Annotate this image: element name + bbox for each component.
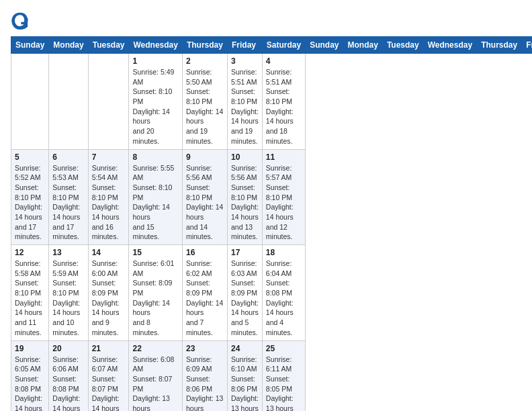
calendar-cell: 15Sunrise: 6:01 AM Sunset: 8:09 PM Dayli… [129, 245, 182, 341]
day-number: 10 [231, 152, 259, 162]
calendar-cell: 8Sunrise: 5:55 AM Sunset: 8:10 PM Daylig… [129, 149, 182, 245]
day-number: 22 [132, 344, 178, 353]
day-number: 12 [15, 248, 45, 257]
col-header-tuesday: Tuesday [88, 37, 129, 54]
day-info: Sunrise: 5:51 AM Sunset: 8:10 PM Dayligh… [266, 67, 302, 146]
day-number: 13 [52, 248, 84, 257]
day-info: Sunrise: 5:57 AM Sunset: 8:10 PM Dayligh… [266, 163, 302, 242]
day-number: 18 [266, 248, 302, 257]
calendar-week-2: 5Sunrise: 5:52 AM Sunset: 8:10 PM Daylig… [11, 149, 533, 245]
col-header-friday: Friday [227, 37, 262, 54]
day-info: Sunrise: 6:00 AM Sunset: 8:09 PM Dayligh… [92, 259, 126, 338]
day-number: 24 [231, 344, 259, 353]
day-info: Sunrise: 6:09 AM Sunset: 8:06 PM Dayligh… [186, 355, 224, 412]
day-info: Sunrise: 6:08 AM Sunset: 8:07 PM Dayligh… [132, 355, 178, 412]
day-number: 2 [186, 56, 224, 66]
day-number: 15 [132, 248, 178, 257]
col-header-tuesday: Tuesday [382, 37, 423, 54]
day-number: 17 [231, 248, 259, 257]
day-number: 8 [132, 152, 178, 162]
day-number: 25 [266, 344, 302, 353]
day-number: 14 [92, 248, 126, 257]
calendar-week-1: 1Sunrise: 5:49 AM Sunset: 8:10 PM Daylig… [11, 54, 533, 150]
calendar-cell: 6Sunrise: 5:53 AM Sunset: 8:10 PM Daylig… [49, 149, 88, 245]
col-header-sunday: Sunday [306, 37, 343, 54]
day-info: Sunrise: 6:01 AM Sunset: 8:09 PM Dayligh… [132, 259, 178, 338]
calendar-cell: 4Sunrise: 5:51 AM Sunset: 8:10 PM Daylig… [262, 54, 305, 150]
day-info: Sunrise: 5:56 AM Sunset: 8:10 PM Dayligh… [231, 163, 259, 242]
calendar-cell: 18Sunrise: 6:04 AM Sunset: 8:08 PM Dayli… [262, 245, 305, 341]
day-number: 6 [52, 152, 84, 162]
col-header-monday: Monday [49, 37, 88, 54]
logo-icon [11, 11, 30, 30]
day-number: 19 [15, 344, 45, 353]
header-row: SundayMondayTuesdayWednesdayThursdayFrid… [11, 37, 533, 54]
logo [11, 11, 32, 30]
day-info: Sunrise: 6:11 AM Sunset: 8:05 PM Dayligh… [266, 355, 302, 412]
day-info: Sunrise: 6:03 AM Sunset: 8:09 PM Dayligh… [231, 259, 259, 338]
day-info: Sunrise: 6:07 AM Sunset: 8:07 PM Dayligh… [92, 355, 126, 412]
day-info: Sunrise: 6:06 AM Sunset: 8:08 PM Dayligh… [52, 355, 84, 412]
calendar-cell: 19Sunrise: 6:05 AM Sunset: 8:08 PM Dayli… [11, 340, 49, 411]
day-info: Sunrise: 5:54 AM Sunset: 8:10 PM Dayligh… [92, 163, 126, 242]
day-info: Sunrise: 6:02 AM Sunset: 8:09 PM Dayligh… [186, 259, 224, 338]
calendar-cell: 12Sunrise: 5:58 AM Sunset: 8:10 PM Dayli… [11, 245, 49, 341]
col-header-sunday: Sunday [11, 37, 49, 54]
col-header-wednesday: Wednesday [423, 37, 476, 54]
calendar-cell: 20Sunrise: 6:06 AM Sunset: 8:08 PM Dayli… [49, 340, 88, 411]
calendar-cell [49, 54, 88, 150]
calendar-table: SundayMondayTuesdayWednesdayThursdayFrid… [11, 36, 532, 411]
day-number: 7 [92, 152, 126, 162]
day-number: 20 [52, 344, 84, 353]
calendar-cell: 14Sunrise: 6:00 AM Sunset: 8:09 PM Dayli… [88, 245, 129, 341]
calendar-cell: 2Sunrise: 5:50 AM Sunset: 8:10 PM Daylig… [182, 54, 227, 150]
col-header-friday: Friday [522, 37, 532, 54]
day-info: Sunrise: 5:53 AM Sunset: 8:10 PM Dayligh… [52, 163, 84, 242]
calendar-cell: 5Sunrise: 5:52 AM Sunset: 8:10 PM Daylig… [11, 149, 49, 245]
day-info: Sunrise: 5:50 AM Sunset: 8:10 PM Dayligh… [186, 67, 224, 146]
calendar-cell: 25Sunrise: 6:11 AM Sunset: 8:05 PM Dayli… [262, 340, 305, 411]
calendar-cell [11, 54, 49, 150]
calendar-cell: 7Sunrise: 5:54 AM Sunset: 8:10 PM Daylig… [88, 149, 129, 245]
calendar-cell: 22Sunrise: 6:08 AM Sunset: 8:07 PM Dayli… [129, 340, 182, 411]
calendar-cell: 13Sunrise: 5:59 AM Sunset: 8:10 PM Dayli… [49, 245, 88, 341]
calendar-cell: 10Sunrise: 5:56 AM Sunset: 8:10 PM Dayli… [227, 149, 262, 245]
day-info: Sunrise: 5:55 AM Sunset: 8:10 PM Dayligh… [132, 163, 178, 242]
col-header-thursday: Thursday [182, 37, 227, 54]
calendar-cell: 3Sunrise: 5:51 AM Sunset: 8:10 PM Daylig… [227, 54, 262, 150]
calendar-cell: 11Sunrise: 5:57 AM Sunset: 8:10 PM Dayli… [262, 149, 305, 245]
day-info: Sunrise: 5:56 AM Sunset: 8:10 PM Dayligh… [186, 163, 224, 242]
day-number: 11 [266, 152, 302, 162]
col-header-monday: Monday [343, 37, 382, 54]
day-info: Sunrise: 5:52 AM Sunset: 8:10 PM Dayligh… [15, 163, 45, 242]
day-info: Sunrise: 5:59 AM Sunset: 8:10 PM Dayligh… [52, 259, 84, 338]
day-number: 5 [15, 152, 45, 162]
calendar-week-3: 12Sunrise: 5:58 AM Sunset: 8:10 PM Dayli… [11, 245, 533, 341]
day-number: 21 [92, 344, 126, 353]
day-number: 9 [186, 152, 224, 162]
calendar-cell [88, 54, 129, 150]
calendar-cell: 9Sunrise: 5:56 AM Sunset: 8:10 PM Daylig… [182, 149, 227, 245]
day-number: 4 [266, 56, 302, 66]
col-header-saturday: Saturday [262, 37, 305, 54]
col-header-thursday: Thursday [477, 37, 522, 54]
day-number: 16 [186, 248, 224, 257]
day-number: 1 [132, 56, 178, 66]
calendar-week-4: 19Sunrise: 6:05 AM Sunset: 8:08 PM Dayli… [11, 340, 533, 411]
col-header-wednesday: Wednesday [129, 37, 182, 54]
day-info: Sunrise: 5:51 AM Sunset: 8:10 PM Dayligh… [231, 67, 259, 146]
day-number: 3 [231, 56, 259, 66]
day-info: Sunrise: 6:10 AM Sunset: 8:06 PM Dayligh… [231, 355, 259, 412]
day-number: 23 [186, 344, 224, 353]
calendar-cell: 21Sunrise: 6:07 AM Sunset: 8:07 PM Dayli… [88, 340, 129, 411]
calendar-cell: 23Sunrise: 6:09 AM Sunset: 8:06 PM Dayli… [182, 340, 227, 411]
calendar-cell: 17Sunrise: 6:03 AM Sunset: 8:09 PM Dayli… [227, 245, 262, 341]
day-info: Sunrise: 5:49 AM Sunset: 8:10 PM Dayligh… [132, 67, 178, 146]
day-info: Sunrise: 6:05 AM Sunset: 8:08 PM Dayligh… [15, 355, 45, 412]
day-info: Sunrise: 5:58 AM Sunset: 8:10 PM Dayligh… [15, 259, 45, 338]
calendar-cell: 16Sunrise: 6:02 AM Sunset: 8:09 PM Dayli… [182, 245, 227, 341]
day-info: Sunrise: 6:04 AM Sunset: 8:08 PM Dayligh… [266, 259, 302, 338]
page-header [11, 11, 521, 30]
calendar-cell: 1Sunrise: 5:49 AM Sunset: 8:10 PM Daylig… [129, 54, 182, 150]
calendar-cell: 24Sunrise: 6:10 AM Sunset: 8:06 PM Dayli… [227, 340, 262, 411]
